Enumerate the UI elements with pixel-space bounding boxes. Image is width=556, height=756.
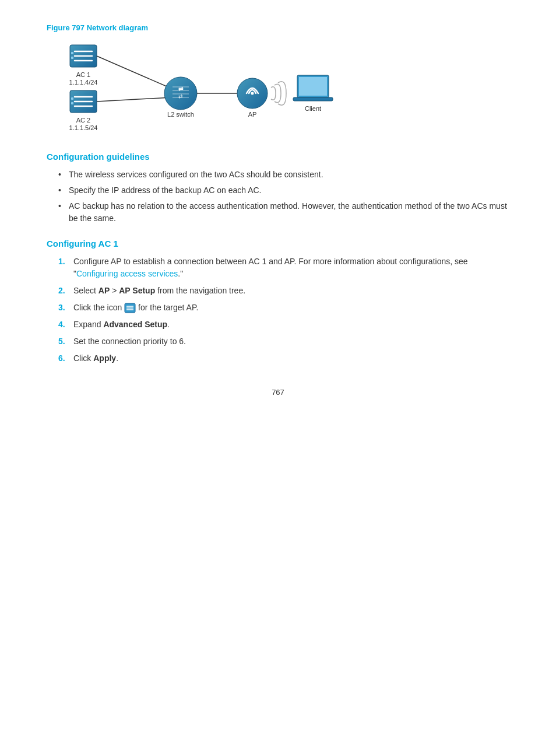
svg-rect-14 bbox=[71, 97, 73, 100]
svg-text:Client: Client bbox=[305, 105, 321, 112]
step-1-content: Configure AP to establish a connection b… bbox=[73, 256, 509, 280]
svg-rect-6 bbox=[71, 57, 73, 59]
step-2-content: Select AP > AP Setup from the navigation… bbox=[73, 285, 509, 297]
step-2-num: 2. bbox=[58, 285, 73, 297]
step-2: 2. Select AP > AP Setup from the navigat… bbox=[58, 285, 509, 297]
step-6-num: 6. bbox=[58, 352, 73, 365]
step-1: 1. Configure AP to establish a connectio… bbox=[58, 256, 509, 280]
configuring-access-services-link[interactable]: Configuring access services bbox=[76, 269, 178, 278]
step-3-content: Click the icon for the target AP. bbox=[73, 302, 509, 314]
svg-text:AC 2: AC 2 bbox=[76, 117, 90, 124]
step-6: 6. Click Apply. bbox=[58, 352, 509, 365]
step-4: 4. Expand Advanced Setup. bbox=[58, 318, 509, 331]
step-5: 5. Set the connection priority to 6. bbox=[58, 335, 509, 348]
svg-text:1.1.1.5/24: 1.1.1.5/24 bbox=[69, 124, 98, 131]
step-4-content: Expand Advanced Setup. bbox=[73, 318, 509, 331]
guidelines-list: The wireless services configured on the … bbox=[47, 169, 509, 225]
svg-text:AC 1: AC 1 bbox=[76, 71, 90, 78]
figure-title: Figure 797 Network diagram bbox=[47, 23, 509, 32]
guideline-item-3: AC backup has no relation to the access … bbox=[58, 200, 509, 225]
step-5-num: 5. bbox=[58, 335, 73, 348]
svg-point-30 bbox=[251, 92, 254, 95]
client-device: Client bbox=[293, 75, 333, 112]
svg-text:AP: AP bbox=[248, 111, 257, 118]
configuration-guidelines-heading: Configuration guidelines bbox=[47, 152, 509, 162]
ap-device: AP bbox=[237, 78, 268, 118]
svg-text:L2 switch: L2 switch bbox=[167, 111, 194, 118]
configuring-ac1-heading: Configuring AC 1 bbox=[47, 239, 509, 249]
ac1-device: AC 1 1.1.1.4/24 bbox=[69, 45, 98, 86]
svg-rect-34 bbox=[293, 97, 333, 101]
step-5-content: Set the connection priority to 6. bbox=[73, 335, 509, 348]
step-3-num: 3. bbox=[58, 302, 73, 314]
svg-line-19 bbox=[97, 97, 172, 102]
ac1-steps-list: 1. Configure AP to establish a connectio… bbox=[47, 256, 509, 365]
switch-device: ⇌ ⇄ L2 switch bbox=[164, 77, 197, 118]
page-number: 767 bbox=[47, 388, 509, 397]
network-diagram: AC 1 1.1.1.4/24 AC 2 1.1.1.5/24 bbox=[64, 39, 509, 134]
guideline-item-1: The wireless services configured on the … bbox=[58, 169, 509, 181]
guideline-item-2: Specify the IP address of the backup AC … bbox=[58, 184, 509, 197]
svg-line-18 bbox=[97, 56, 172, 89]
step-4-num: 4. bbox=[58, 318, 73, 331]
svg-text:1.1.1.4/24: 1.1.1.4/24 bbox=[69, 79, 98, 86]
configuration-guidelines-section: Configuration guidelines The wireless se… bbox=[47, 152, 509, 225]
figure-section: Figure 797 Network diagram AC 1 1.1.1.4/… bbox=[47, 23, 509, 134]
ac2-device: AC 2 1.1.1.5/24 bbox=[69, 90, 98, 131]
configuring-ac1-section: Configuring AC 1 1. Configure AP to esta… bbox=[47, 239, 509, 365]
step-3: 3. Click the icon for the target AP. bbox=[58, 302, 509, 314]
step-6-content: Click Apply. bbox=[73, 352, 509, 365]
step-1-num: 1. bbox=[58, 256, 73, 280]
svg-rect-15 bbox=[71, 102, 73, 104]
svg-rect-5 bbox=[71, 52, 73, 54]
svg-rect-33 bbox=[299, 77, 327, 96]
